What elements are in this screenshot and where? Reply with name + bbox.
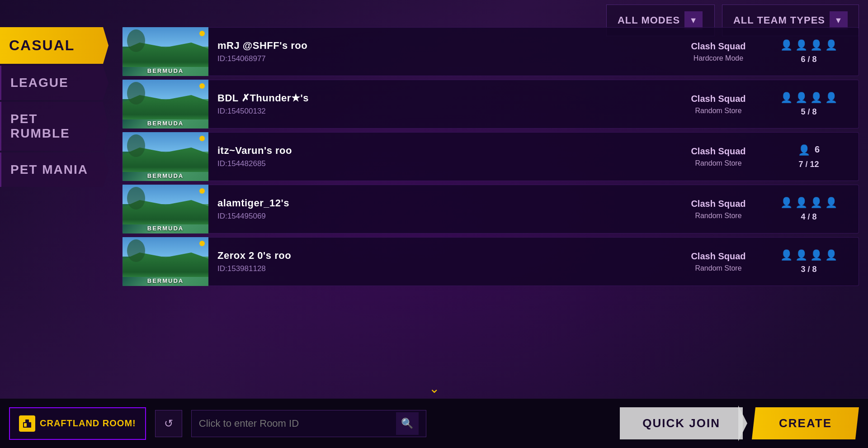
- room-info: BDL ✗Thunder★'s ID:154500132: [208, 87, 669, 121]
- room-mode-area: Clash Squad Random Store: [669, 146, 768, 167]
- room-submode: Random Store: [695, 212, 741, 220]
- room-thumbnail: BERMUDA: [123, 80, 208, 129]
- room-submode: Hardcore Mode: [693, 54, 743, 62]
- room-info: Zerox 2 0's roo ID:153981128: [208, 244, 669, 279]
- room-info: mRJ @SHFF's roo ID:154068977: [208, 34, 669, 69]
- player-icons: 👤6: [798, 144, 820, 156]
- room-card[interactable]: BERMUDA BDL ✗Thunder★'s ID:154500132 Cla…: [122, 80, 859, 129]
- scroll-down-chevron[interactable]: ⌄: [429, 381, 439, 396]
- bottom-bar: CRAFTLAND ROOM! ↺ 🔍 QUICK JOIN CREATE: [0, 398, 868, 448]
- player-icon: 👤: [810, 39, 822, 51]
- notification-dot: [199, 31, 205, 36]
- refresh-button[interactable]: ↺: [155, 410, 182, 437]
- sidebar-item-pet-mania[interactable]: PET MANIA: [0, 153, 108, 187]
- room-card[interactable]: BERMUDA Zerox 2 0's roo ID:153981128 Cla…: [122, 237, 859, 286]
- room-mode: Clash Squad: [691, 199, 745, 209]
- player-icon: 👤: [780, 39, 793, 51]
- room-mode-area: Clash Squad Random Store: [669, 251, 768, 272]
- room-id: ID:154500132: [217, 107, 660, 116]
- room-id-input-area[interactable]: 🔍: [191, 410, 426, 437]
- player-count: 6 / 8: [801, 55, 816, 64]
- room-thumbnail: BERMUDA: [123, 237, 208, 286]
- player-icon: 👤: [780, 197, 793, 209]
- map-label: BERMUDA: [147, 277, 184, 284]
- room-thumbnail: BERMUDA: [123, 132, 208, 181]
- map-label: BERMUDA: [147, 120, 184, 127]
- notification-dot: [199, 83, 205, 89]
- sidebar-item-pet-rumble[interactable]: PET RUMBLE: [0, 102, 108, 151]
- room-submode: Random Store: [695, 264, 741, 272]
- room-players-area: 👤👤👤👤 6 / 8: [768, 39, 859, 64]
- room-name: itz~Varun's roo: [217, 145, 660, 157]
- room-players-area: 👤👤👤👤 4 / 8: [768, 197, 859, 222]
- player-icons: 👤👤👤👤: [780, 197, 837, 209]
- player-icons: 👤👤👤👤: [780, 249, 837, 261]
- room-name: mRJ @SHFF's roo: [217, 40, 660, 52]
- player-icon: 👤: [795, 249, 807, 261]
- sidebar-label-pet-mania: PET MANIA: [10, 162, 88, 177]
- sidebar-label-league: LEAGUE: [10, 76, 69, 90]
- player-icon: 👤: [810, 197, 822, 209]
- player-icon: 👤: [780, 92, 793, 104]
- refresh-icon: ↺: [164, 417, 173, 430]
- room-id-input[interactable]: [199, 418, 396, 429]
- room-info: alamtiger_12's ID:154495069: [208, 192, 669, 226]
- team-types-dropdown-arrow[interactable]: ▼: [830, 11, 848, 29]
- player-count: 3 / 8: [801, 265, 816, 274]
- room-id: ID:154482685: [217, 159, 660, 168]
- svg-rect-3: [28, 424, 29, 427]
- room-card[interactable]: BERMUDA alamtiger_12's ID:154495069 Clas…: [122, 185, 859, 234]
- quick-join-label: QUICK JOIN: [642, 416, 720, 430]
- room-thumbnail: BERMUDA: [123, 185, 208, 234]
- player-icon: 👤: [810, 92, 822, 104]
- room-id: ID:154495069: [217, 212, 660, 221]
- craftland-room-button[interactable]: CRAFTLAND ROOM!: [9, 407, 146, 440]
- room-card[interactable]: BERMUDA mRJ @SHFF's roo ID:154068977 Cla…: [122, 27, 859, 76]
- craftland-label: CRAFTLAND ROOM!: [40, 418, 136, 429]
- room-submode: Random Store: [695, 107, 741, 115]
- sidebar-item-casual[interactable]: CASUAL: [0, 27, 108, 64]
- player-count: 7 / 12: [798, 160, 819, 169]
- sidebar-item-league[interactable]: LEAGUE: [0, 66, 108, 100]
- room-id: ID:153981128: [217, 264, 660, 273]
- notification-dot: [199, 136, 205, 141]
- player-icon: 👤: [780, 249, 793, 261]
- room-mode: Clash Squad: [691, 251, 745, 262]
- player-count: 4 / 8: [801, 212, 816, 222]
- quick-join-button[interactable]: QUICK JOIN: [620, 407, 743, 439]
- room-players-area: 👤👤👤👤 3 / 8: [768, 249, 859, 274]
- create-label: CREATE: [779, 416, 832, 430]
- room-mode: Clash Squad: [691, 41, 745, 52]
- map-label: BERMUDA: [147, 225, 184, 232]
- modes-dropdown-arrow[interactable]: ▼: [684, 11, 703, 29]
- player-count: 5 / 8: [801, 107, 816, 117]
- room-info: itz~Varun's roo ID:154482685: [208, 139, 669, 174]
- room-mode-area: Clash Squad Random Store: [669, 94, 768, 115]
- room-mode-area: Clash Squad Random Store: [669, 199, 768, 220]
- svg-rect-1: [25, 419, 29, 423]
- room-id-search-button[interactable]: 🔍: [396, 412, 419, 435]
- room-list: BERMUDA mRJ @SHFF's roo ID:154068977 Cla…: [122, 27, 859, 394]
- player-icon: 👤: [825, 197, 837, 209]
- player-icons: 👤👤👤👤: [780, 39, 837, 51]
- create-button[interactable]: CREATE: [752, 407, 859, 439]
- notification-dot: [199, 241, 205, 246]
- room-name: Zerox 2 0's roo: [217, 250, 660, 262]
- room-mode-area: Clash Squad Hardcore Mode: [669, 41, 768, 62]
- player-icon: 👤: [825, 92, 837, 104]
- player-icon: 👤: [795, 197, 807, 209]
- player-icon: 👤: [795, 39, 807, 51]
- player-icon: 👤: [825, 39, 837, 51]
- player-icon: 👤: [810, 249, 822, 261]
- room-mode: Clash Squad: [691, 146, 745, 157]
- notification-dot: [199, 188, 205, 194]
- room-players-area: 👤6 7 / 12: [768, 144, 859, 169]
- player-icon: 👤: [795, 92, 807, 104]
- room-mode: Clash Squad: [691, 94, 745, 104]
- sidebar-label-pet-rumble: PET RUMBLE: [10, 112, 99, 141]
- room-name: BDL ✗Thunder★'s: [217, 92, 660, 104]
- player-icon: 👤: [798, 144, 810, 156]
- room-card[interactable]: BERMUDA itz~Varun's roo ID:154482685 Cla…: [122, 132, 859, 181]
- sidebar-label-casual: CASUAL: [9, 37, 75, 54]
- svg-rect-2: [24, 423, 27, 427]
